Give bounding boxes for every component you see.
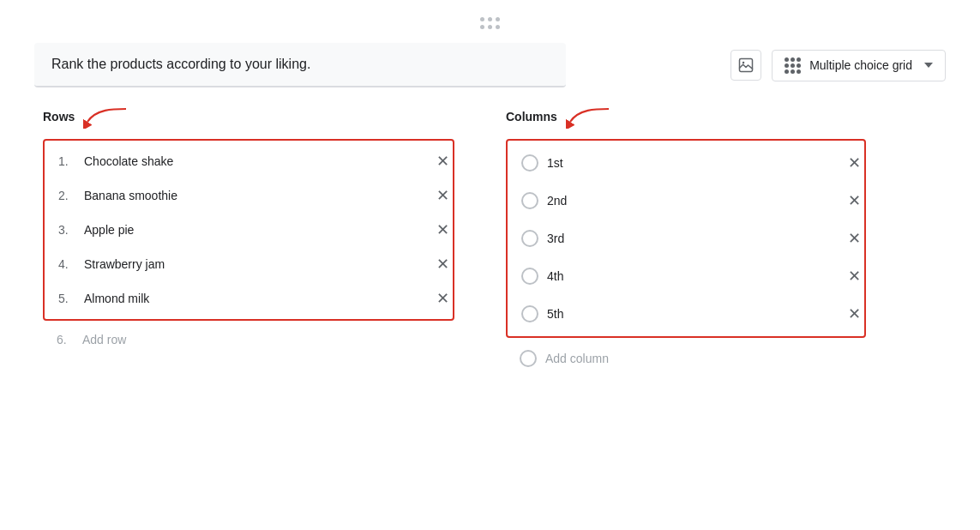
columns-item-1: 1st — [508, 144, 833, 182]
rows-item-2-number: 2. — [58, 189, 75, 202]
rows-items-box: 1. Chocolate shake ✕ 2. Banana smoothie … — [43, 139, 454, 321]
columns-item-4-label: 4th — [547, 269, 820, 283]
columns-item-3-outer: 3rd ✕ — [508, 220, 864, 257]
question-header: Rank the products according to your liki… — [34, 43, 946, 87]
grid-dot-4 — [785, 63, 789, 68]
columns-arrow-icon — [566, 105, 613, 129]
grid-dot-3 — [797, 57, 801, 62]
drag-dot-2 — [488, 17, 492, 21]
rows-item-4-label: Strawberry jam — [84, 257, 408, 271]
svg-rect-0 — [740, 59, 753, 72]
page-container: Rank the products according to your liki… — [0, 0, 980, 530]
columns-item-4: 4th — [508, 257, 833, 295]
columns-item-2-outer: 2nd ✕ — [508, 182, 864, 220]
rows-item-3-label: Apple pie — [84, 223, 408, 237]
rows-item-1: 1. Chocolate shake — [45, 144, 422, 178]
drag-dot-3 — [496, 17, 500, 21]
drag-handle[interactable] — [34, 17, 946, 29]
grid-dot-5 — [791, 63, 795, 68]
rows-arrow-icon — [83, 105, 130, 129]
grid-dot-6 — [797, 63, 801, 68]
grid-dot-2 — [791, 57, 795, 62]
columns-item-5-outer: 5th ✕ — [508, 295, 864, 333]
columns-delete-1-button[interactable]: ✕ — [844, 155, 864, 171]
add-row-button[interactable]: 6. Add row — [43, 321, 454, 350]
columns-delete-5-button[interactable]: ✕ — [844, 306, 864, 322]
rows-delete-1-button[interactable]: ✕ — [432, 154, 453, 169]
image-icon — [737, 57, 755, 74]
rows-item-4-outer: 4. Strawberry jam ✕ — [45, 247, 453, 281]
add-row-number: 6. — [57, 333, 74, 346]
question-controls: Multiple choice grid — [730, 50, 946, 81]
rows-item-4: 4. Strawberry jam — [45, 247, 422, 281]
columns-item-2: 2nd — [508, 182, 833, 220]
rows-item-3-outer: 3. Apple pie ✕ — [45, 213, 453, 247]
drag-dot-4 — [480, 25, 484, 29]
rows-header: Rows — [43, 105, 454, 129]
drag-dots-grid — [480, 17, 500, 29]
drag-dot-5 — [488, 25, 492, 29]
content-area: Rows 1. Chocolate shake — [34, 105, 946, 370]
grid-dot-7 — [785, 69, 789, 74]
rows-delete-2-button[interactable]: ✕ — [432, 188, 453, 203]
rows-item-3-number: 3. — [58, 223, 75, 237]
grid-dot-9 — [797, 69, 801, 74]
rows-item-4-number: 4. — [58, 257, 75, 271]
question-type-dropdown[interactable]: Multiple choice grid — [772, 50, 946, 81]
columns-items-box: 1st ✕ 2nd ✕ 3rd — [506, 139, 866, 338]
rows-title: Rows — [43, 110, 75, 123]
rows-item-5-label: Almond milk — [84, 292, 408, 305]
drag-dot-6 — [496, 25, 500, 29]
rows-item-2-outer: 2. Banana smoothie ✕ — [45, 178, 453, 213]
question-type-label: Multiple choice grid — [809, 58, 912, 72]
columns-item-1-outer: 1st ✕ — [508, 144, 864, 182]
radio-circle-4 — [521, 268, 538, 285]
rows-item-5-outer: 5. Almond milk ✕ — [45, 281, 453, 316]
columns-item-3: 3rd — [508, 220, 833, 257]
question-text: Rank the products according to your liki… — [51, 57, 310, 71]
rows-item-5: 5. Almond milk — [45, 281, 422, 316]
add-column-label: Add column — [545, 352, 609, 365]
columns-delete-4-button[interactable]: ✕ — [844, 268, 864, 284]
radio-circle-2 — [521, 192, 538, 209]
image-button[interactable] — [730, 50, 761, 81]
columns-delete-2-button[interactable]: ✕ — [844, 193, 864, 208]
grid-icon — [785, 57, 801, 74]
columns-header: Columns — [506, 105, 866, 129]
columns-item-3-label: 3rd — [547, 232, 820, 245]
question-text-box[interactable]: Rank the products according to your liki… — [34, 43, 566, 87]
svg-point-1 — [743, 62, 745, 64]
grid-dot-8 — [791, 69, 795, 74]
rows-section: Rows 1. Chocolate shake — [43, 105, 454, 370]
radio-circle-1 — [521, 154, 538, 172]
columns-item-2-label: 2nd — [547, 194, 820, 208]
add-row-label: Add row — [82, 333, 126, 346]
rows-item-3: 3. Apple pie — [45, 213, 422, 247]
drag-dot-1 — [480, 17, 484, 21]
rows-item-1-outer: 1. Chocolate shake ✕ — [45, 144, 453, 178]
add-column-button[interactable]: Add column — [506, 338, 866, 370]
rows-item-5-number: 5. — [58, 292, 75, 305]
rows-delete-5-button[interactable]: ✕ — [432, 291, 453, 306]
radio-circle-5 — [521, 305, 538, 322]
rows-item-2: 2. Banana smoothie — [45, 178, 422, 213]
columns-item-1-label: 1st — [547, 156, 820, 170]
chevron-down-icon — [924, 63, 933, 68]
rows-item-2-label: Banana smoothie — [84, 189, 408, 202]
add-column-radio-icon — [520, 350, 537, 367]
grid-dot-1 — [785, 57, 789, 62]
rows-item-1-number: 1. — [58, 154, 75, 168]
columns-title: Columns — [506, 110, 557, 123]
columns-section: Columns 1st — [506, 105, 866, 370]
radio-circle-3 — [521, 230, 538, 247]
columns-delete-3-button[interactable]: ✕ — [844, 231, 864, 246]
rows-item-1-label: Chocolate shake — [84, 154, 408, 168]
rows-delete-3-button[interactable]: ✕ — [432, 222, 453, 238]
columns-item-5: 5th — [508, 295, 833, 333]
columns-item-5-label: 5th — [547, 307, 820, 321]
rows-delete-4-button[interactable]: ✕ — [432, 256, 453, 272]
columns-item-4-outer: 4th ✕ — [508, 257, 864, 295]
